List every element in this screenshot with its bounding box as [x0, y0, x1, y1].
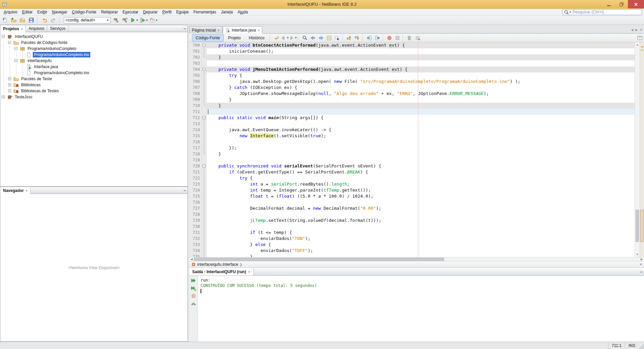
code-line-723[interactable]: int a = serialPort.readBytes().length; [207, 181, 635, 187]
tree-item-label[interactable]: Bibliotecas de Testes [20, 88, 60, 94]
tab-list-icon[interactable]: ▼ [640, 28, 643, 32]
code-line-731[interactable]: if (t <= temp) { [207, 230, 635, 236]
menu-depurar[interactable]: Depurar [141, 9, 160, 15]
code-line-701[interactable]: iniciarConexao(); [207, 48, 635, 54]
run-button[interactable]: ▼ [129, 16, 139, 24]
fold-cell[interactable]: − [202, 66, 206, 72]
expand-icon[interactable]: + [2, 95, 5, 98]
code-line-720[interactable]: public synchronized void serialEvent(Ser… [207, 163, 635, 169]
code-line-708[interactable]: JOptionPane.showMessageDialog(null, "Alg… [207, 91, 635, 97]
breadcrumb-close-icon[interactable]: × [640, 262, 642, 267]
menu-executar[interactable]: Executar [120, 9, 141, 15]
tree-item-programaarduinocompleto-ino[interactable]: ProgramaArduinoCompleto.ino [0, 52, 187, 58]
tab-navigator[interactable]: Navegador × [0, 187, 31, 194]
tree-item-label[interactable]: ProgramaArduinoCompleto.ino [33, 52, 90, 57]
fold-collapse-icon[interactable]: − [203, 44, 206, 47]
output-minimize-button[interactable]: – [640, 269, 642, 274]
search-dropdown-icon[interactable]: ▼ [569, 11, 572, 14]
code-line-713[interactable] [207, 121, 635, 127]
shift-left-button[interactable] [365, 34, 373, 42]
collapse-icon[interactable]: − [2, 35, 5, 38]
close-button[interactable] [628, 0, 644, 8]
split-editor-icon[interactable] [637, 35, 643, 41]
code-line-712[interactable]: public static void main(String args[]) { [207, 115, 635, 121]
menu-exibir[interactable]: Exibir [35, 9, 50, 15]
undo-button[interactable] [40, 16, 49, 24]
code-line-707[interactable]: } catch (IOException ex) { [207, 85, 635, 91]
next-occ-button[interactable] [317, 34, 325, 42]
breadcrumb-chevron-icon[interactable]: ❯ [239, 263, 242, 266]
menu-ferramentas[interactable]: Ferramentas [191, 9, 219, 15]
breadcrumb-path[interactable]: interfaceiqufu.Interface [197, 262, 238, 267]
scroll-left-icon[interactable]: ◀ [189, 257, 194, 261]
fold-collapse-icon[interactable]: − [203, 116, 206, 119]
restore-button[interactable] [615, 0, 628, 8]
tree-item-label[interactable]: Pacotes de Códigos-fonte [20, 40, 68, 45]
code-line-734[interactable]: enviarDados("TOFF"); [207, 248, 635, 254]
toggle-hl-button[interactable] [325, 34, 333, 42]
code-line-735[interactable]: } [207, 254, 635, 257]
new-project-button[interactable] [9, 16, 18, 24]
menu-equipe[interactable]: Equipe [174, 9, 191, 15]
horizontal-scroll-thumb[interactable] [194, 258, 444, 261]
stop-macro-button[interactable] [393, 34, 401, 42]
tree-item-bibliotecas[interactable]: +Bibliotecas [0, 82, 187, 88]
shift-right-button[interactable] [373, 34, 381, 42]
tree-item-interfaceiqufu[interactable]: −interfaceiqufu [0, 58, 187, 64]
prev-occ-button[interactable] [309, 34, 317, 42]
scroll-tabs-left-icon[interactable]: ◀ [631, 28, 633, 32]
error-stripe[interactable] [640, 42, 644, 257]
chevron-down-icon[interactable]: ▼ [294, 36, 297, 39]
code-line-717[interactable]: }); [207, 145, 635, 151]
code-line-700[interactable]: private void btnConectActionPerformed(ja… [207, 42, 635, 48]
tree-item-label[interactable]: Interface.java [33, 64, 59, 69]
code-line-703[interactable] [207, 60, 635, 66]
code-line-718[interactable]: } [207, 151, 635, 157]
fold-cell[interactable]: − [202, 163, 206, 169]
uncomment-button[interactable] [414, 34, 422, 42]
menu-navegar[interactable]: Navegar [50, 9, 69, 15]
tree-item-bibliotecas-de-testes[interactable]: +Bibliotecas de Testes [0, 88, 187, 94]
forward-button[interactable]: ▼ [289, 34, 297, 42]
close-icon[interactable]: × [258, 28, 260, 32]
close-icon[interactable]: × [21, 27, 23, 31]
minimize-button[interactable] [602, 0, 615, 8]
next-bm-button[interactable] [353, 34, 361, 42]
collapse-icon[interactable]: − [14, 59, 17, 62]
code-line-705[interactable]: try { [207, 72, 635, 79]
code-line-725[interactable]: float t = (float) ((5.0 * a * 100.0) / 1… [207, 193, 635, 199]
last-edit-button[interactable] [273, 34, 281, 42]
tab-arquivos[interactable]: Arquivos [26, 25, 47, 32]
ant-button[interactable] [190, 300, 197, 307]
expand-icon[interactable]: + [8, 83, 11, 86]
code-line-716[interactable] [207, 139, 635, 145]
code-line-721[interactable]: if (oEvent.getEventType() == SerialPortE… [207, 169, 635, 175]
code-line-724[interactable]: int temp = Integer.parseInt(tfTemp.getTe… [207, 187, 635, 193]
projects-minimize-button[interactable]: – [183, 26, 186, 31]
code-line-704[interactable]: private void jMenuItem1ActionPerformed(j… [207, 66, 635, 72]
code-line-722[interactable]: try { [207, 175, 635, 181]
output-text[interactable]: run:CONSTRUÍDO COM SUCESSO (tempo total:… [198, 276, 644, 342]
tree-item-pacotes-de-teste[interactable]: +Pacotes de Teste [0, 76, 187, 82]
vertical-scroll-thumb[interactable] [636, 210, 639, 242]
fold-cell[interactable]: − [202, 42, 206, 48]
scroll-right-icon[interactable]: ▶ [639, 257, 644, 261]
menu-perfil[interactable]: Perfil [160, 9, 174, 15]
code-editor[interactable]: 7007017027037047057067077087097107117127… [189, 42, 644, 257]
code-fold-column[interactable]: −−−− [202, 42, 207, 257]
output-close-icon[interactable]: × [248, 270, 250, 274]
menu-ajuda[interactable]: Ajuda [235, 9, 250, 15]
navigator-minimize-button[interactable]: – [183, 188, 186, 193]
view-c-digo-fonte[interactable]: Código-Fonte [192, 34, 224, 42]
tree-item-label[interactable]: Bibliotecas [20, 82, 42, 88]
menu-refatorar[interactable]: Refatorar [99, 9, 120, 15]
code-line-726[interactable] [207, 199, 635, 205]
scroll-up-icon[interactable]: ▲ [635, 42, 640, 47]
menu-janela[interactable]: Janela [219, 9, 235, 15]
tree-item-label[interactable]: Pacotes de Teste [20, 76, 53, 82]
code-line-715[interactable]: new Interface().setVisible(true); [207, 133, 635, 139]
back-button[interactable]: ▼ [281, 34, 289, 42]
stop-build-button[interactable] [190, 293, 197, 299]
config-combobox[interactable]: <config. default>▼ [64, 17, 111, 23]
fold-cell[interactable]: − [202, 115, 206, 121]
